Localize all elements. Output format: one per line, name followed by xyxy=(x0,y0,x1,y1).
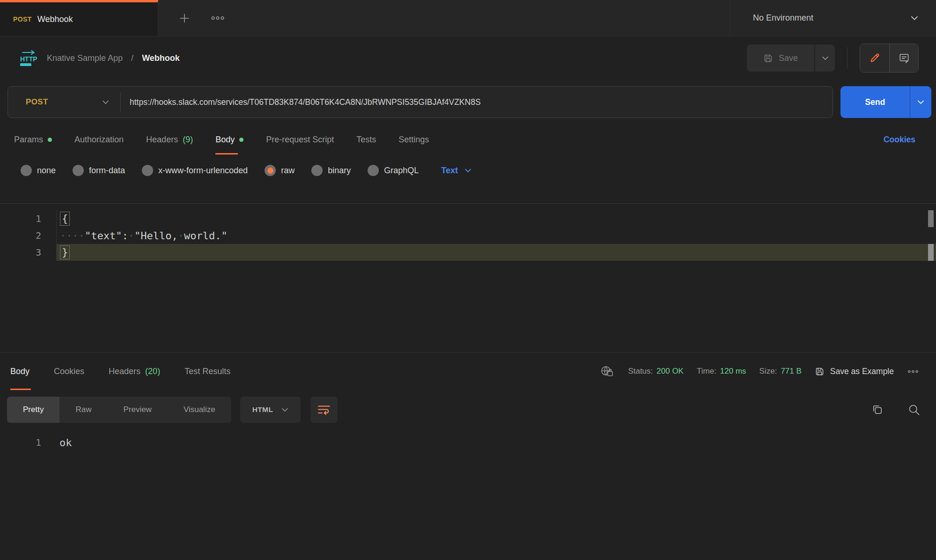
view-raw[interactable]: Raw xyxy=(59,397,107,423)
body-type-form-data[interactable]: form-data xyxy=(73,165,125,176)
response-tab-body[interactable]: Body xyxy=(10,353,29,390)
body-type-graphql-label: GraphQL xyxy=(384,166,419,176)
editor-line-3-current[interactable]: 3 } xyxy=(0,244,936,261)
open-brace-highlight: { xyxy=(60,212,70,226)
pencil-icon xyxy=(869,52,881,64)
editor-code-line: ····"text":·"Hello,·world." xyxy=(56,227,936,244)
body-type-x-www-form-urlencoded[interactable]: x-www-form-urlencoded xyxy=(142,165,248,176)
tab-tests-label: Tests xyxy=(356,135,376,145)
response-options-button[interactable] xyxy=(907,369,919,374)
body-type-raw-label: raw xyxy=(281,166,295,176)
breadcrumb-collection[interactable]: Knative Sample App xyxy=(47,53,123,63)
whitespace-dot: · xyxy=(128,230,134,242)
http-request-icon: HTTP xyxy=(19,50,38,66)
save-button-label: Save xyxy=(779,53,798,63)
tab-options-button[interactable] xyxy=(211,15,225,21)
response-tab-test-results[interactable]: Test Results xyxy=(184,353,230,390)
request-body-editor[interactable]: 1 { 2 ····"text":·"Hello,·world." 3 } xyxy=(0,203,936,353)
request-header: HTTP Knative Sample App / Webhook Save xyxy=(0,37,936,80)
editor-line-2[interactable]: 2 ····"text":·"Hello,·world." xyxy=(0,227,936,244)
save-options-button[interactable] xyxy=(815,44,835,72)
view-visualize[interactable]: Visualize xyxy=(168,397,231,423)
copy-response-button[interactable] xyxy=(871,403,884,416)
json-key: "text": xyxy=(85,230,128,242)
status-value: 200 OK xyxy=(656,367,684,376)
tab-body[interactable]: Body xyxy=(215,125,243,155)
tab-body-label: Body xyxy=(215,135,235,145)
tab-strip-actions xyxy=(158,0,730,36)
tab-headers-label: Headers xyxy=(146,135,178,145)
line-number: 2 xyxy=(0,227,41,244)
close-brace-highlight: } xyxy=(60,245,70,259)
edit-request-button[interactable] xyxy=(860,44,889,72)
body-type-raw[interactable]: raw xyxy=(265,165,295,176)
active-response-tab-underline xyxy=(10,389,31,390)
response-body-viewer[interactable]: 1 ok xyxy=(0,434,936,451)
radio-icon xyxy=(311,165,323,176)
whitespace-dots: ···· xyxy=(60,230,85,242)
body-type-graphql[interactable]: GraphQL xyxy=(368,165,419,176)
header-divider xyxy=(847,47,848,69)
time-value: 120 ms xyxy=(720,367,746,376)
url-bar-row: POST https://hooks.slack.com/services/T0… xyxy=(0,80,936,125)
response-body-content: ok xyxy=(59,437,72,449)
tab-title: Webhook xyxy=(37,15,73,24)
wrap-lines-button[interactable] xyxy=(310,397,338,423)
send-button[interactable]: Send xyxy=(840,86,910,118)
editor-scrollbar-thumb[interactable] xyxy=(928,210,934,227)
search-response-button[interactable] xyxy=(907,403,921,416)
editor-line-1[interactable]: 1 { xyxy=(0,210,936,227)
body-type-binary[interactable]: binary xyxy=(311,165,351,176)
method-selector[interactable]: POST xyxy=(8,97,120,107)
raw-format-selector[interactable]: Text xyxy=(441,166,472,176)
new-tab-button[interactable] xyxy=(178,12,191,25)
response-tab-cookies[interactable]: Cookies xyxy=(54,353,84,390)
open-request-tab[interactable]: POST Webhook xyxy=(0,0,158,36)
body-type-binary-label: binary xyxy=(328,166,351,176)
time-label: Time: xyxy=(697,367,716,376)
tab-tests[interactable]: Tests xyxy=(356,125,376,155)
body-type-none[interactable]: none xyxy=(21,165,56,176)
documentation-button-group xyxy=(860,44,919,73)
search-icon xyxy=(907,403,921,416)
url-input[interactable]: https://hooks.slack.com/services/T06TD83… xyxy=(121,97,481,107)
active-tab-underline xyxy=(215,153,238,155)
tab-headers[interactable]: Headers (9) xyxy=(146,125,193,155)
tab-settings[interactable]: Settings xyxy=(398,125,429,155)
editor-scrollbar-mark[interactable] xyxy=(928,244,934,261)
more-options-icon xyxy=(211,15,225,21)
view-visualize-label: Visualize xyxy=(184,405,215,414)
save-as-example-button[interactable]: Save as Example xyxy=(815,367,894,376)
save-button[interactable]: Save xyxy=(747,44,814,72)
method-selector-value: POST xyxy=(26,97,48,107)
tab-params[interactable]: Params xyxy=(14,125,52,155)
chevron-down-icon xyxy=(102,100,109,104)
tab-authorization[interactable]: Authorization xyxy=(74,125,124,155)
size-value: 771 B xyxy=(781,367,801,376)
comment-icon xyxy=(898,52,910,64)
response-format-selector[interactable]: HTML xyxy=(240,397,301,423)
breadcrumb-request-name[interactable]: Webhook xyxy=(142,53,180,63)
chevron-down-icon xyxy=(281,408,288,412)
status-indicator[interactable]: Status: 200 OK xyxy=(628,367,684,376)
view-preview[interactable]: Preview xyxy=(107,397,167,423)
send-options-button[interactable] xyxy=(910,86,931,118)
radio-icon xyxy=(368,165,379,176)
environment-selector-value: No Environment xyxy=(753,13,813,23)
editor-code-line: { xyxy=(56,210,936,227)
time-indicator[interactable]: Time: 120 ms xyxy=(697,367,746,376)
response-tab-cookies-label: Cookies xyxy=(54,367,84,376)
environment-selector[interactable]: No Environment xyxy=(730,0,936,36)
view-pretty[interactable]: Pretty xyxy=(7,397,59,423)
send-button-group: Send xyxy=(840,86,931,118)
comments-button[interactable] xyxy=(889,44,918,72)
response-tab-headers[interactable]: Headers (20) xyxy=(109,353,160,390)
tab-pre-request-script[interactable]: Pre-request Script xyxy=(266,125,334,155)
line-number: 1 xyxy=(0,210,41,227)
response-tab-test-results-label: Test Results xyxy=(184,367,230,376)
request-tab-strip: POST Webhook No Environment xyxy=(0,0,936,37)
size-indicator[interactable]: Size: 771 B xyxy=(759,367,802,376)
cookies-link[interactable]: Cookies xyxy=(884,135,915,145)
tab-settings-label: Settings xyxy=(398,135,429,145)
raw-format-value: Text xyxy=(441,166,458,176)
